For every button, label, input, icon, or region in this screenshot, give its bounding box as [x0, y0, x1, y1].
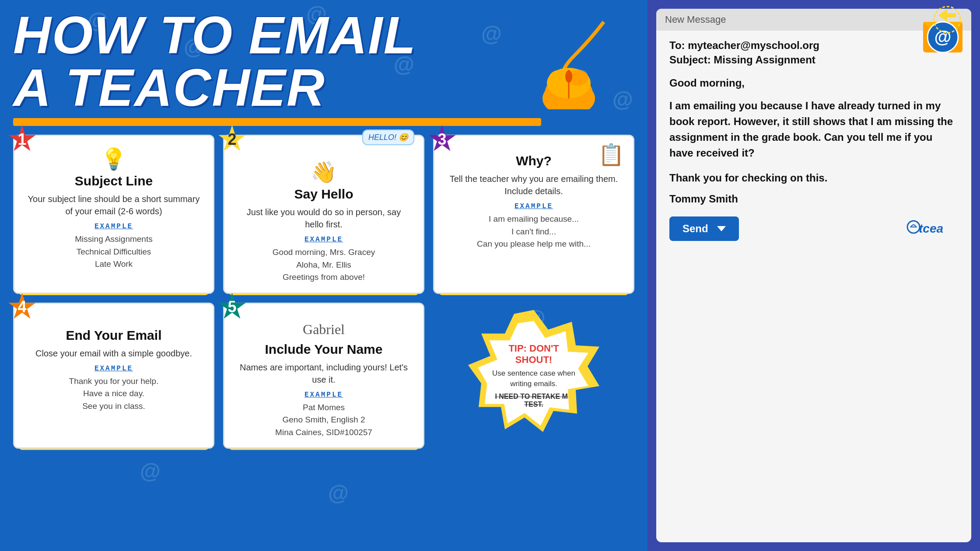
step-3-example-label: EXAMPLE [448, 202, 620, 210]
step-1-example-label: EXAMPLE [28, 223, 200, 230]
new-message-label: New Message [665, 14, 726, 25]
send-label: Send [682, 223, 708, 235]
at-icon-decoration: @ [914, 4, 967, 63]
step-4-examples: Thank you for your help.Have a nice day.… [28, 375, 200, 413]
lightbulb-icon: 💡 [28, 147, 200, 171]
step-2-examples: Good morning, Mrs. GraceyAloha, Mr. Elli… [238, 246, 410, 284]
step-2-badge: 2 [218, 125, 246, 153]
svg-marker-13 [717, 226, 726, 231]
step-3-description: Tell the teacher why you are emailing th… [448, 173, 620, 197]
step-1-description: Your subject line should be a short summ… [28, 193, 200, 217]
step-3-card: 3 📋 Why? Tell the teacher why you are em… [433, 135, 634, 294]
tip-card: TIP: DON'T SHOUT! Use sentence case when… [433, 303, 634, 449]
send-button[interactable]: Send ▼ [669, 216, 739, 241]
starburst-inner: TIP: DON'T SHOUT! Use sentence case when… [477, 319, 591, 432]
step-3-examples: I am emailing because...I can't find...C… [448, 213, 620, 251]
step-3-badge: 3 [428, 125, 456, 153]
step-1-card: 1 💡 Subject Line Your subject line shoul… [13, 135, 214, 294]
email-signature: Tommy Smith [669, 193, 958, 205]
step-4-description: Close your email with a simple goodbye. [28, 347, 200, 359]
paper-icon: 📋 [598, 143, 624, 167]
dropdown-arrow-icon [717, 224, 726, 233]
step-2-card: 2 HELLO! 😊 👋 Say Hello Just like you wou… [223, 135, 424, 294]
step-5-card: 5 Gabriel Include Your Name Names are im… [223, 303, 424, 449]
email-panel: @ New Message To: myteacher@myschool.org… [648, 0, 980, 551]
orange-bar [13, 118, 541, 126]
email-greeting: Good morning, [669, 77, 958, 89]
step-4-badge: 4 [8, 293, 36, 321]
email-closing: Thank you for checking on this. [669, 172, 958, 184]
step-3-title: Why? [448, 153, 620, 168]
email-send-row: Send ▼ tcea [669, 216, 958, 241]
main-container: HOW TO EMAIL A TEACHER [0, 0, 980, 551]
wave-icon: 👋 [238, 160, 410, 185]
step-5-description: Names are important, including yours! Le… [238, 361, 410, 386]
email-container: New Message To: myteacher@myschool.org S… [656, 9, 971, 542]
step-2-example-label: EXAMPLE [238, 236, 410, 244]
content-area: HOW TO EMAIL A TEACHER [0, 0, 648, 551]
step-5-example-label: EXAMPLE [238, 391, 410, 399]
steps-grid: 1 💡 Subject Line Your subject line shoul… [13, 135, 634, 449]
tip-title: TIP: DON'T SHOUT! [490, 343, 578, 366]
email-body: I am emailing you because I have already… [669, 98, 958, 161]
tcea-logo: tcea [906, 216, 958, 241]
hello-bubble: HELLO! 😊 [362, 129, 414, 145]
step-5-examples: Pat MomesGeno Smith, English 2Mina Caine… [238, 401, 410, 439]
step-4-example-label: EXAMPLE [28, 365, 200, 373]
step-4-card: 4 End Your Email Close your email with a… [13, 303, 214, 449]
step-1-examples: Missing AssignmentsTechnical Difficultie… [28, 233, 200, 271]
svg-text:@: @ [934, 27, 951, 46]
tip-strikethrough: I NEED TO RETAKE MY TEST. [490, 393, 578, 408]
step-5-badge: 5 [218, 293, 246, 321]
step-2-description: Just like you would do so in person, say… [238, 206, 410, 230]
step-1-title: Subject Line [28, 174, 200, 188]
signature-preview: Gabriel [238, 321, 410, 338]
step-2-title: Say Hello [238, 187, 410, 202]
svg-marker-12 [938, 9, 956, 22]
tip-description: Use sentence case when writing emails. [490, 368, 578, 389]
starburst: TIP: DON'T SHOUT! Use sentence case when… [468, 310, 599, 441]
svg-point-6 [565, 70, 572, 83]
svg-text:tcea: tcea [919, 222, 943, 235]
step-4-title: End Your Email [28, 328, 200, 343]
step-5-title: Include Your Name [238, 342, 410, 357]
mouse-illustration [529, 13, 617, 101]
